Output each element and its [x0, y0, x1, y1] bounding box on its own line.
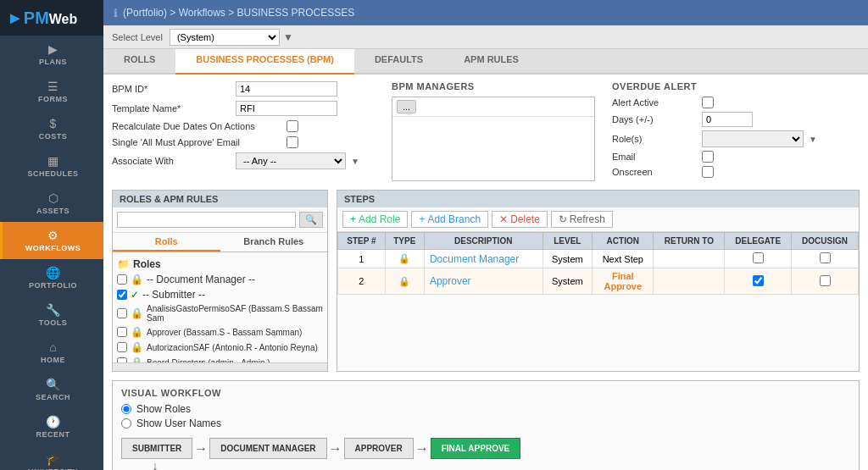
folder-icon: 📁 [117, 258, 130, 270]
delete-button[interactable]: ✕ Delete [492, 211, 548, 228]
col-delegate: Delegate [725, 233, 792, 250]
step-description-link[interactable]: Approver [430, 275, 471, 287]
list-item[interactable]: 🔒 Approver (Bassam.S - Bassam Samman) [117, 324, 323, 340]
days-input[interactable] [702, 112, 753, 127]
visual-workflow-title: Visual Workflow [121, 388, 850, 398]
template-name-input[interactable] [236, 101, 337, 116]
wf-node-doc-manager[interactable]: Document Manager [209, 438, 326, 459]
sidebar-item-workflows[interactable]: ⚙ Workflows [0, 222, 103, 259]
wf-node-approver[interactable]: Approver [344, 438, 414, 459]
onscreen-checkbox[interactable] [702, 166, 714, 178]
lock-icon: 🔒 [131, 341, 143, 353]
single-approval-label: Single 'All Must Approve' Email [112, 137, 281, 147]
single-approval-checkbox[interactable] [287, 136, 298, 148]
roles-search-button[interactable]: 🔍 [299, 212, 323, 228]
show-user-names-radio[interactable] [121, 418, 131, 429]
list-item: 📁 Roles [117, 257, 323, 272]
add-branch-label: Add Branch [427, 213, 481, 225]
add-branch-button[interactable]: + Add Branch [411, 211, 488, 228]
role-checkbox[interactable] [117, 342, 127, 352]
list-item[interactable]: 🔒 Board Directors (admin - Admin ) [117, 355, 323, 362]
delegate-checkbox[interactable] [753, 252, 764, 263]
workflows-icon: ⚙ [47, 229, 58, 242]
add-role-icon: + [350, 213, 356, 225]
sidebar-item-label: Home [41, 356, 65, 364]
tab-apm-rules[interactable]: APM Rules [443, 49, 539, 75]
associate-with-select[interactable]: -- Any -- [236, 152, 346, 169]
alert-active-label: Alert Active [612, 97, 697, 108]
wf-node-submitter[interactable]: Submitter [121, 438, 192, 459]
role-select[interactable] [702, 130, 804, 147]
refresh-button[interactable]: ↻ Refresh [551, 211, 613, 228]
sidebar-item-label: Recent [36, 430, 70, 439]
schedules-icon: ▦ [47, 154, 58, 168]
roles-horizontal-scrollbar[interactable] [113, 362, 327, 371]
show-roles-radio[interactable] [121, 404, 131, 414]
sidebar-item-plans[interactable]: ▶ Plans [0, 36, 103, 73]
list-item[interactable]: 🔒 AutorizacionSAF (Antonio.R - Antonio R… [117, 340, 323, 355]
radio-group: Show Roles Show User Names [121, 403, 850, 429]
list-item[interactable]: ✓ -- Submitter -- [117, 287, 323, 302]
roles-search-input[interactable] [117, 212, 296, 228]
sidebar-item-home[interactable]: ⌂ Home [0, 334, 103, 371]
role-checkbox[interactable] [117, 290, 127, 300]
tab-defaults[interactable]: Defaults [354, 49, 443, 75]
steps-panel-header: Steps [337, 191, 859, 207]
university-icon: 🎓 [46, 452, 60, 466]
role-checkbox[interactable] [117, 327, 127, 337]
email-label: Email [612, 152, 697, 162]
lock-icon: 🔒 [131, 357, 143, 362]
bpm-managers-dots-button[interactable]: ... [397, 100, 416, 113]
role-checkbox[interactable] [117, 308, 127, 318]
step-return-to [654, 250, 725, 268]
sidebar-item-forms[interactable]: ☰ Forms [0, 73, 103, 110]
sidebar-item-label: Forms [38, 95, 68, 103]
sidebar-item-portfolio[interactable]: 🌐 Portfolio [0, 259, 103, 296]
level-select[interactable]: (System) [170, 29, 280, 46]
wf-node-final-approve[interactable]: Final Approve [431, 438, 521, 459]
home-icon: ⌂ [49, 340, 56, 354]
steps-panel: Steps + Add Role + Add Branch ✕ Delete [337, 190, 860, 372]
col-docusign: DocuSign [792, 233, 859, 250]
sidebar-item-search[interactable]: 🔍 Search [0, 371, 103, 408]
add-branch-icon: + [419, 213, 425, 225]
sidebar-item-schedules[interactable]: ▦ Schedules [0, 147, 103, 185]
delegate-checkbox[interactable] [753, 275, 764, 286]
col-description: Description [424, 233, 542, 250]
bpm-managers-section: BPM Managers ... [392, 81, 595, 181]
sidebar-item-label: Schedules [27, 169, 78, 178]
level-label: Select Level [112, 32, 163, 42]
col-action: Action [593, 233, 654, 250]
logo-text: ►PMWeb [7, 8, 77, 28]
show-user-names-label: Show User Names [136, 417, 221, 429]
bpm-id-input[interactable] [236, 81, 337, 97]
sidebar-item-assets[interactable]: ⬡ Assets [0, 185, 103, 222]
step-return-to [654, 268, 725, 295]
sidebar-item-tools[interactable]: 🔧 Tools [0, 296, 103, 334]
delete-label: Delete [510, 213, 540, 225]
add-role-button[interactable]: + Add Role [342, 211, 408, 228]
tab-roles-branch-rules[interactable]: Branch Rules [220, 233, 328, 252]
tab-business-processes[interactable]: Business Processes (BPM) [175, 49, 354, 75]
recalculate-checkbox[interactable] [287, 120, 298, 132]
step-description-link[interactable]: Document Manager [430, 253, 519, 265]
role-checkbox[interactable] [117, 357, 127, 362]
tab-rolls[interactable]: Rolls [103, 49, 175, 75]
role-name: -- Document Manager -- [147, 274, 255, 285]
email-checkbox[interactable] [702, 151, 714, 163]
step-delegate [725, 268, 792, 295]
role-name: AnalisisGastoPermisoSAF (Bassam.S Bassam… [147, 304, 323, 323]
sidebar-item-university[interactable]: 🎓 University [0, 445, 103, 470]
tab-roles-rolls[interactable]: Rolls [113, 233, 220, 252]
list-item[interactable]: 🔒 -- Document Manager -- [117, 272, 323, 287]
topbar: ℹ (Portfolio) > Workflows > BUSINESS PRO… [103, 0, 868, 25]
sidebar-item-costs[interactable]: $ Costs [0, 110, 103, 147]
sidebar-item-recent[interactable]: 🕐 Recent [0, 408, 103, 445]
list-item[interactable]: 🔒 AnalisisGastoPermisoSAF (Bassam.S Bass… [117, 302, 323, 324]
role-checkbox[interactable] [117, 274, 127, 285]
sidebar-item-label: Tools [39, 318, 67, 327]
alert-active-checkbox[interactable] [702, 97, 714, 108]
bpm-managers-box: ... [392, 97, 595, 181]
docusign-checkbox[interactable] [820, 275, 831, 286]
docusign-checkbox[interactable] [820, 252, 831, 263]
